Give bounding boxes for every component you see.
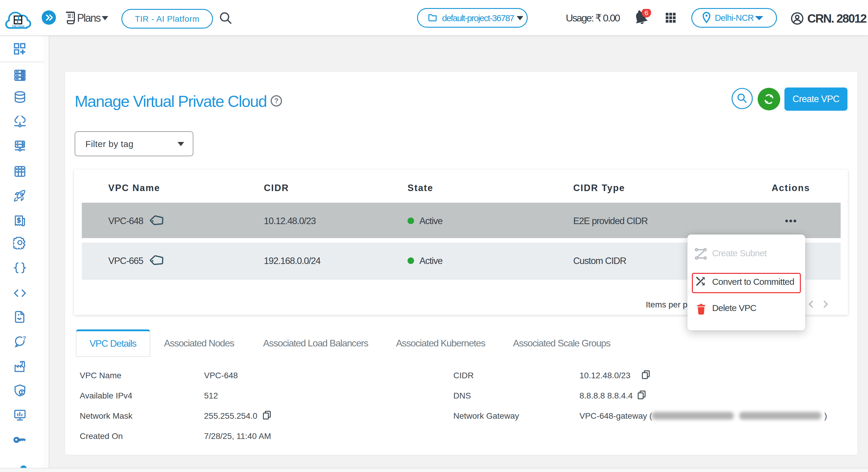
svg-text:?: ? [274,97,278,105]
svg-text:?: ? [23,335,26,341]
svg-text:E2E Cloud: E2E Cloud [12,25,24,28]
svg-text:6: 6 [645,9,648,17]
